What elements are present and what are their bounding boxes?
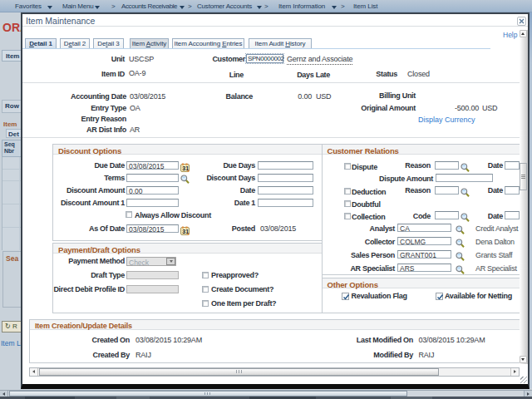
svg-text:31: 31 — [182, 165, 189, 171]
svg-text:31: 31 — [182, 229, 189, 234]
